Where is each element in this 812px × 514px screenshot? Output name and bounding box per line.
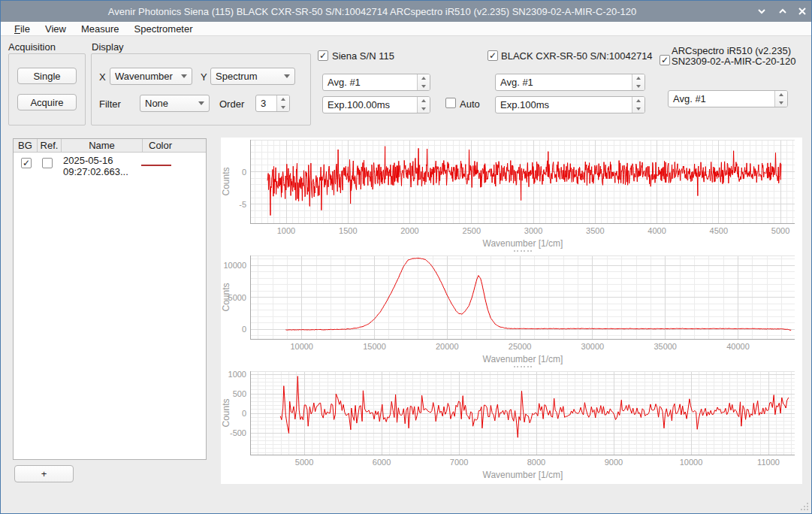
spectrum-chart-2[interactable]: 1000015000200002500030000350004000005000… bbox=[221, 253, 802, 364]
spectrometer2-exposure-value[interactable]: Exp.100ms bbox=[496, 97, 632, 113]
svg-text:2500: 2500 bbox=[463, 226, 481, 235]
close-icon bbox=[797, 6, 807, 17]
svg-text:Wavenumber [1/cm]: Wavenumber [1/cm] bbox=[483, 470, 563, 480]
spin-up-icon[interactable] bbox=[632, 74, 644, 83]
svg-text:4000: 4000 bbox=[647, 226, 666, 235]
spectrometer1-exposure-value[interactable]: Exp.100.00ms bbox=[323, 97, 417, 113]
spectra-list-panel: BG Ref. Name Color ✓ ✓ 2025-05-1609:27:0… bbox=[13, 138, 207, 460]
svg-text:40000: 40000 bbox=[726, 342, 750, 351]
svg-text:0: 0 bbox=[242, 168, 246, 177]
header-name[interactable]: Name bbox=[62, 139, 143, 152]
dropdown-arrow-icon bbox=[198, 101, 204, 105]
window-title: Avenir Photonics Siena (115) BLACK CXR-S… bbox=[1, 6, 744, 17]
y-axis-label: Y bbox=[201, 71, 207, 83]
menu-bar: File View Measure Spectrometer bbox=[1, 22, 811, 36]
filter-label: Filter bbox=[99, 98, 121, 110]
spin-down-icon[interactable] bbox=[418, 105, 430, 113]
y-axis-combobox[interactable]: Spectrum bbox=[210, 68, 295, 85]
add-spectrum-button[interactable]: + bbox=[14, 465, 74, 482]
spectrometer3-averaging-value[interactable]: Avg. #1 bbox=[669, 91, 774, 107]
spectrometer2-averaging-spinbox[interactable]: Avg. #1 bbox=[495, 74, 645, 91]
acquire-button[interactable]: Acquire bbox=[17, 94, 77, 110]
x-axis-label: X bbox=[99, 71, 106, 83]
close-button[interactable] bbox=[794, 5, 810, 18]
svg-text:11000: 11000 bbox=[757, 458, 780, 467]
chevron-down-icon bbox=[756, 6, 767, 17]
spectrum-chart-1[interactable]: 1000150020002500300035004000450050000-5W… bbox=[221, 138, 802, 249]
spin-up-icon[interactable] bbox=[418, 97, 430, 105]
svg-text:1500: 1500 bbox=[339, 226, 357, 235]
row-bg-checkbox[interactable]: ✓ bbox=[21, 158, 32, 168]
row-name-line1: 2025-05-16 bbox=[63, 155, 128, 166]
row-ref-checkbox[interactable]: ✓ bbox=[42, 158, 53, 168]
filter-combobox[interactable]: None bbox=[140, 95, 210, 112]
spectrometer3-name[interactable]: ARCspectro iR510 (v2.235)SN2309-02-A-MIR… bbox=[672, 46, 795, 67]
header-color[interactable]: Color bbox=[143, 139, 206, 152]
filter-combobox-value: None bbox=[145, 98, 195, 109]
spin-up-icon[interactable] bbox=[277, 95, 289, 104]
auto-exposure-checkbox[interactable]: ✓ bbox=[445, 98, 456, 108]
order-spinbox-value[interactable]: 3 bbox=[256, 95, 276, 111]
spectrometer1-name[interactable]: Siena S/N 115 bbox=[332, 50, 394, 62]
check-icon: ✓ bbox=[319, 51, 327, 60]
color-swatch[interactable] bbox=[141, 165, 171, 166]
svg-text:4500: 4500 bbox=[710, 226, 728, 235]
spectrometer1-checkbox[interactable]: ✓ bbox=[318, 50, 328, 61]
minimize-button[interactable] bbox=[753, 5, 770, 18]
maximize-button[interactable] bbox=[774, 5, 791, 18]
spin-up-icon[interactable] bbox=[775, 91, 787, 99]
spectrometer3-name-line2: SN2309-02-A-MIR-C-20-120 bbox=[672, 56, 795, 67]
menu-item-file[interactable]: File bbox=[7, 23, 38, 35]
svg-text:9000: 9000 bbox=[605, 458, 623, 467]
check-icon: ✓ bbox=[661, 56, 669, 65]
svg-text:0: 0 bbox=[242, 409, 246, 418]
table-row[interactable]: ✓ ✓ 2025-05-1609:27:02.663... bbox=[14, 153, 206, 178]
menu-item-view[interactable]: View bbox=[38, 23, 74, 35]
header-bg[interactable]: BG bbox=[14, 139, 38, 152]
svg-text:Counts: Counts bbox=[221, 283, 231, 311]
menu-item-spectrometer[interactable]: Spectrometer bbox=[127, 23, 201, 35]
spectrometer2-exposure-spinbox[interactable]: Exp.100ms bbox=[495, 96, 645, 113]
spin-down-icon[interactable] bbox=[418, 83, 430, 91]
spectrometer2-name[interactable]: BLACK CXR-SR-50 S/N:10042714 bbox=[501, 50, 653, 62]
x-axis-combobox[interactable]: Wavenumber bbox=[110, 68, 192, 85]
svg-text:2000: 2000 bbox=[400, 226, 418, 235]
spin-down-icon[interactable] bbox=[632, 83, 644, 91]
svg-text:500: 500 bbox=[233, 389, 246, 398]
svg-text:Wavenumber [1/cm]: Wavenumber [1/cm] bbox=[483, 238, 563, 249]
spin-up-icon[interactable] bbox=[418, 74, 430, 83]
svg-text:10000: 10000 bbox=[680, 458, 703, 467]
spectrometer1-averaging-spinbox[interactable]: Avg. #1 bbox=[322, 74, 430, 91]
spectrometer1-averaging-value[interactable]: Avg. #1 bbox=[323, 74, 417, 90]
display-group-label: Display bbox=[92, 41, 124, 53]
spectrometer3-checkbox[interactable]: ✓ bbox=[660, 55, 670, 65]
single-button[interactable]: Single bbox=[17, 68, 77, 84]
spin-up-icon[interactable] bbox=[632, 97, 644, 105]
order-spinbox[interactable]: 3 bbox=[255, 95, 290, 112]
resize-grip[interactable] bbox=[798, 500, 810, 512]
svg-text:7000: 7000 bbox=[450, 458, 468, 467]
row-name[interactable]: 2025-05-1609:27:02.663... bbox=[63, 155, 128, 177]
spectrum-chart-3[interactable]: 500060007000800090001000011000-500050010… bbox=[221, 369, 802, 480]
svg-text:10000: 10000 bbox=[223, 261, 246, 270]
spectrometer1-exposure-spinbox[interactable]: Exp.100.00ms bbox=[322, 96, 430, 113]
display-groupbox bbox=[91, 53, 311, 125]
spin-down-icon[interactable] bbox=[632, 105, 644, 113]
spin-down-icon[interactable] bbox=[277, 104, 289, 112]
auto-exposure-label[interactable]: Auto bbox=[460, 98, 480, 110]
check-icon: ✓ bbox=[489, 51, 497, 60]
menu-item-measure[interactable]: Measure bbox=[74, 23, 127, 35]
svg-text:5000: 5000 bbox=[771, 226, 789, 235]
spin-down-icon[interactable] bbox=[775, 99, 787, 107]
svg-text:35000: 35000 bbox=[654, 342, 677, 351]
splitter-handle[interactable] bbox=[514, 365, 532, 368]
svg-text:30000: 30000 bbox=[581, 342, 605, 351]
dropdown-arrow-icon bbox=[181, 74, 187, 78]
acquisition-group-label: Acquisition bbox=[8, 41, 56, 53]
header-ref[interactable]: Ref. bbox=[38, 139, 62, 152]
svg-text:25000: 25000 bbox=[509, 342, 532, 351]
spectrometer2-averaging-value[interactable]: Avg. #1 bbox=[496, 74, 632, 90]
splitter-handle[interactable] bbox=[514, 249, 532, 252]
spectrometer3-averaging-spinbox[interactable]: Avg. #1 bbox=[668, 90, 788, 107]
spectrometer2-checkbox[interactable]: ✓ bbox=[488, 50, 498, 61]
